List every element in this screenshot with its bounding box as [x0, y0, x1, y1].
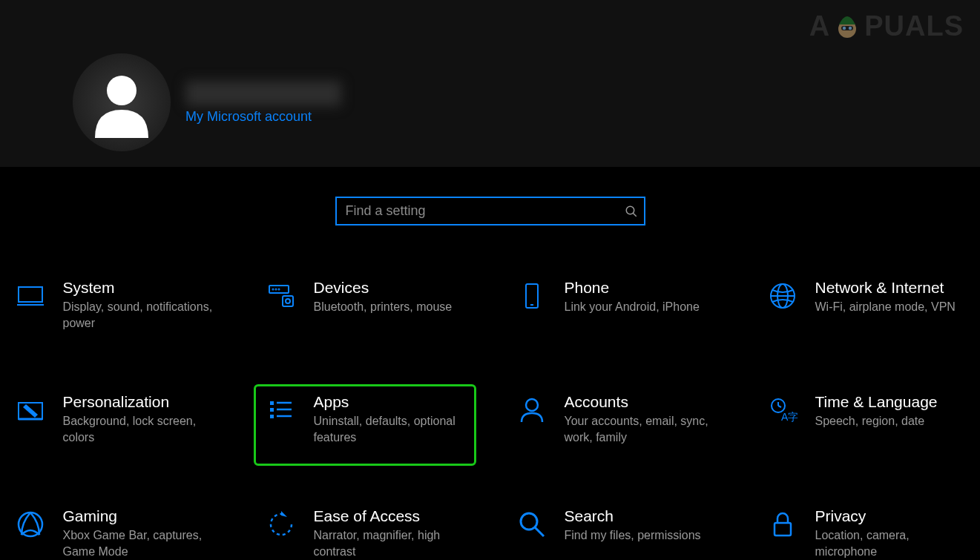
microsoft-account-link[interactable]: My Microsoft account	[185, 109, 341, 125]
watermark-text-left: A	[809, 10, 830, 42]
tile-text: Personalization Background, lock screen,…	[63, 392, 214, 445]
tile-system[interactable]: System Display, sound, notifications, po…	[3, 270, 226, 352]
tile-title: Time & Language	[815, 392, 938, 412]
tile-text: Search Find my files, permissions	[565, 507, 701, 544]
svg-rect-23	[270, 408, 274, 412]
svg-text:A字: A字	[781, 411, 798, 423]
svg-point-13	[275, 289, 276, 290]
tile-text: Time & Language Speech, region, date	[815, 392, 938, 429]
tile-text: Phone Link your Android, iPhone	[565, 278, 700, 315]
tile-apps[interactable]: Apps Uninstall, defaults, optional featu…	[254, 384, 476, 466]
svg-rect-22	[270, 401, 274, 405]
tile-title: Gaming	[63, 507, 214, 526]
svg-marker-34	[281, 511, 287, 517]
tile-desc: Speech, region, date	[815, 413, 938, 429]
tile-desc: Narrator, magnifier, high contrast	[314, 527, 465, 559]
lock-icon	[766, 508, 799, 541]
tile-title: Apps	[314, 392, 465, 412]
watermark-logo: A PUALS	[809, 10, 964, 42]
tile-desc: Background, lock screen, colors	[63, 413, 214, 445]
svg-line-36	[535, 527, 544, 536]
settings-body: System Display, sound, notifications, po…	[0, 167, 980, 560]
header-strip: A PUALS My Microsoft account	[0, 0, 980, 167]
phone-icon	[516, 280, 548, 312]
gaming-icon	[14, 508, 47, 541]
tile-personalization[interactable]: Personalization Background, lock screen,…	[3, 384, 226, 466]
tile-title: Accounts	[565, 392, 716, 412]
tile-text: Apps Uninstall, defaults, optional featu…	[314, 392, 465, 445]
tile-desc: Link your Android, iPhone	[565, 299, 700, 315]
search-wrap	[335, 197, 645, 225]
system-icon	[14, 280, 47, 312]
svg-line-6	[633, 213, 637, 217]
tile-time-language[interactable]: A字 Time & Language Speech, region, date	[755, 384, 978, 466]
tile-title: System	[63, 278, 214, 297]
svg-rect-24	[270, 415, 274, 418]
watermark-mascot-icon	[833, 11, 861, 42]
apps-icon	[265, 394, 297, 426]
search-icon	[625, 205, 638, 218]
tile-search[interactable]: Search Find my files, permissions	[504, 498, 727, 560]
tile-desc: Bluetooth, printers, mouse	[314, 299, 453, 315]
svg-point-28	[526, 399, 538, 411]
profile-text: My Microsoft account	[185, 81, 341, 125]
tile-desc: Your accounts, email, sync, work, family	[565, 413, 716, 445]
tile-devices[interactable]: Devices Bluetooth, printers, mouse	[254, 270, 476, 352]
svg-point-35	[521, 513, 537, 530]
tile-text: Gaming Xbox Game Bar, captures, Game Mod…	[63, 507, 214, 559]
tile-text: Privacy Location, camera, microphone	[815, 507, 967, 559]
svg-point-5	[626, 206, 634, 214]
tile-text: Network & Internet Wi-Fi, airplane mode,…	[815, 278, 956, 315]
svg-point-14	[278, 289, 279, 290]
svg-rect-7	[19, 287, 42, 302]
ease-of-access-icon	[265, 508, 297, 541]
svg-rect-10	[283, 296, 293, 306]
tile-title: Privacy	[815, 507, 967, 526]
tile-title: Network & Internet	[815, 278, 956, 297]
svg-line-31	[778, 406, 781, 407]
search-category-icon	[516, 508, 548, 541]
accounts-icon	[516, 394, 548, 426]
tile-desc: Find my files, permissions	[565, 527, 701, 544]
devices-icon	[265, 280, 297, 312]
tile-network[interactable]: Network & Internet Wi-Fi, airplane mode,…	[755, 270, 978, 352]
person-icon	[86, 67, 157, 138]
tile-desc: Location, camera, microphone	[815, 527, 967, 559]
avatar[interactable]	[73, 53, 171, 151]
tile-desc: Wi-Fi, airplane mode, VPN	[815, 299, 956, 315]
tile-text: Ease of Access Narrator, magnifier, high…	[314, 507, 465, 559]
search-input[interactable]	[335, 197, 645, 225]
profile-block: My Microsoft account	[73, 53, 341, 151]
tile-privacy[interactable]: Privacy Location, camera, microphone	[755, 498, 978, 560]
svg-point-3	[849, 26, 852, 29]
tile-title: Devices	[314, 278, 453, 297]
tile-text: System Display, sound, notifications, po…	[63, 278, 214, 331]
svg-rect-37	[775, 523, 791, 536]
tile-ease-of-access[interactable]: Ease of Access Narrator, magnifier, high…	[254, 498, 476, 560]
time-language-icon: A字	[766, 394, 799, 426]
tile-text: Devices Bluetooth, printers, mouse	[314, 278, 453, 315]
tile-phone[interactable]: Phone Link your Android, iPhone	[504, 270, 727, 352]
tile-desc: Display, sound, notifications, power	[63, 299, 214, 331]
tile-title: Search	[565, 507, 701, 526]
svg-point-12	[272, 289, 273, 290]
tile-desc: Xbox Game Bar, captures, Game Mode	[63, 527, 214, 559]
tile-title: Phone	[565, 278, 700, 297]
tile-gaming[interactable]: Gaming Xbox Game Bar, captures, Game Mod…	[3, 498, 226, 560]
profile-name-blurred	[185, 81, 341, 106]
tile-title: Personalization	[63, 392, 214, 412]
watermark-text-right: PUALS	[864, 10, 964, 42]
tile-text: Accounts Your accounts, email, sync, wor…	[565, 392, 716, 445]
svg-point-4	[107, 76, 137, 105]
tile-accounts[interactable]: Accounts Your accounts, email, sync, wor…	[504, 384, 727, 466]
settings-grid: System Display, sound, notifications, po…	[0, 270, 980, 560]
svg-point-11	[286, 299, 290, 303]
globe-icon	[766, 280, 799, 312]
tile-desc: Uninstall, defaults, optional features	[314, 413, 465, 445]
svg-point-2	[843, 26, 846, 29]
personalization-icon	[14, 394, 47, 426]
tile-title: Ease of Access	[314, 507, 465, 526]
